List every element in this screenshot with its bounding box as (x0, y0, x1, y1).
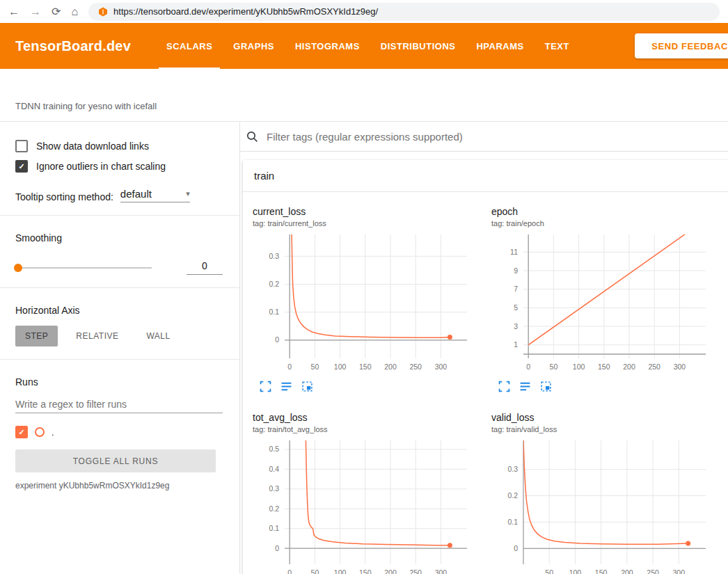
home-icon[interactable]: ⌂ (71, 6, 78, 17)
smoothing-value-field[interactable]: 0 (187, 260, 223, 275)
svg-text:7: 7 (514, 285, 518, 293)
expand-chart-icon[interactable] (498, 381, 510, 392)
browser-chrome: ← → ⟳ ⌂ https://tensorboard.dev/experime… (0, 0, 728, 23)
fit-domain-icon[interactable] (301, 381, 313, 392)
chart-tag: tag: train/tot_avg_loss (253, 425, 484, 433)
svg-text:0: 0 (275, 335, 279, 344)
svg-text:250: 250 (409, 362, 422, 371)
svg-text:0: 0 (526, 362, 530, 371)
reload-icon[interactable]: ⟳ (52, 6, 61, 17)
svg-text:150: 150 (359, 362, 372, 371)
train-section-header[interactable]: train (243, 160, 728, 192)
svg-text:0.2: 0.2 (269, 504, 279, 513)
run-list-item[interactable]: ✓ . (15, 426, 223, 438)
svg-text:0.1: 0.1 (269, 524, 279, 532)
svg-text:50: 50 (311, 362, 319, 371)
line-chart[interactable]: 00.10.20.3050100150200250300 (253, 232, 484, 379)
svg-text:200: 200 (621, 568, 633, 574)
line-chart[interactable]: 1357911050100150200250300 (491, 232, 723, 379)
svg-text:3: 3 (514, 322, 518, 330)
axis-wall-button[interactable]: WALL (136, 326, 180, 346)
address-bar[interactable]: https://tensorboard.dev/experiment/yKUbh… (88, 3, 720, 21)
chart-title: valid_loss (491, 412, 723, 423)
tooltip-sorting-select[interactable]: default ▾ (120, 188, 190, 202)
chart-toolbar (498, 381, 723, 392)
chart-tag: tag: train/current_loss (253, 219, 484, 228)
search-icon (246, 130, 258, 143)
line-chart[interactable]: 00.10.20.30.40.5050100150200250300 (253, 438, 484, 574)
svg-text:200: 200 (384, 568, 397, 574)
svg-text:0.1: 0.1 (507, 518, 518, 526)
toggle-all-runs-button[interactable]: TOGGLE ALL RUNS (15, 449, 216, 472)
svg-text:0: 0 (275, 544, 279, 552)
chart-toolbar (260, 381, 484, 392)
svg-text:0.1: 0.1 (269, 308, 279, 316)
svg-text:50: 50 (545, 568, 553, 574)
ignore-outliers-label: Ignore outliers in chart scaling (36, 161, 166, 172)
svg-text:250: 250 (647, 568, 659, 574)
ignore-outliers-row[interactable]: ✓ Ignore outliers in chart scaling (15, 160, 223, 173)
horizontal-axis-label: Horizontal Axis (15, 305, 223, 316)
axis-step-button[interactable]: STEP (15, 326, 58, 346)
chart-title: epoch (491, 206, 723, 217)
svg-text:300: 300 (673, 568, 686, 574)
chart-options-icon[interactable] (519, 381, 531, 392)
chart-card-valid-loss: valid_loss tag: train/valid_loss 00.10.2… (491, 412, 723, 574)
runs-label: Runs (15, 376, 223, 388)
back-icon[interactable]: ← (8, 6, 19, 17)
svg-text:150: 150 (359, 568, 372, 574)
app-logo: TensorBoard.dev (15, 38, 131, 54)
tensorboard-favicon (98, 7, 108, 17)
forward-icon[interactable]: → (30, 6, 41, 17)
send-feedback-button[interactable]: SEND FEEDBACK (635, 33, 728, 58)
svg-text:0.5: 0.5 (269, 445, 279, 453)
svg-text:50: 50 (550, 362, 558, 371)
smoothing-slider-thumb[interactable] (14, 264, 22, 272)
svg-text:200: 200 (623, 362, 635, 371)
axis-relative-button[interactable]: RELATIVE (66, 326, 128, 346)
svg-text:300: 300 (435, 362, 448, 371)
expand-chart-icon[interactable] (260, 381, 271, 392)
main-nav: SCALARS GRAPHS HISTOGRAMS DISTRIBUTIONS … (156, 23, 580, 69)
tensorboard-page: ← → ⟳ ⌂ https://tensorboard.dev/experime… (0, 0, 728, 574)
horizontal-axis-buttons: STEP RELATIVE WALL (15, 326, 223, 346)
fit-domain-icon[interactable] (540, 381, 552, 392)
chart-card-tot-avg-loss: tot_avg_loss tag: train/tot_avg_loss 00.… (253, 412, 484, 574)
svg-text:0: 0 (287, 362, 292, 371)
svg-text:0.3: 0.3 (269, 484, 279, 493)
chevron-down-icon: ▾ (186, 189, 190, 198)
line-chart[interactable]: 00.10.20.350100150200250300 (491, 438, 723, 574)
tab-graphs[interactable]: GRAPHS (223, 23, 285, 69)
sidebar-divider (0, 287, 239, 288)
tag-filter-input[interactable] (265, 130, 728, 143)
chart-title: tot_avg_loss (253, 412, 484, 423)
tab-text[interactable]: TEXT (535, 23, 580, 69)
svg-text:0.2: 0.2 (269, 280, 279, 288)
tooltip-sorting-label: Tooltip sorting method: (15, 191, 113, 202)
tab-distributions[interactable]: DISTRIBUTIONS (370, 23, 466, 69)
checkbox-checked-icon[interactable]: ✓ (15, 160, 28, 173)
tab-hparams[interactable]: HPARAMS (466, 23, 534, 69)
show-download-links-row[interactable]: Show data download links (15, 140, 223, 152)
svg-text:100: 100 (573, 362, 585, 371)
svg-text:1: 1 (514, 340, 518, 349)
checkbox-unchecked-icon[interactable] (15, 140, 28, 152)
train-section-card: train current_loss tag: train/current_lo… (243, 160, 728, 574)
runs-regex-input[interactable] (15, 396, 223, 413)
svg-text:100: 100 (334, 568, 347, 574)
chart-card-epoch: epoch tag: train/epoch 13579110501001502… (491, 206, 723, 392)
chart-options-icon[interactable] (280, 381, 292, 392)
sidebar-divider (0, 215, 239, 216)
app-header: TensorBoard.dev SCALARS GRAPHS HISTOGRAM… (0, 23, 728, 69)
run-checkbox-icon[interactable]: ✓ (15, 426, 28, 438)
svg-text:0.4: 0.4 (269, 465, 279, 473)
svg-text:0: 0 (287, 568, 292, 574)
smoothing-slider[interactable] (15, 267, 152, 269)
show-download-links-label: Show data download links (36, 141, 149, 152)
svg-text:0: 0 (514, 544, 518, 552)
svg-text:150: 150 (598, 362, 610, 371)
experiment-subheader: TDNN training for yesno with icefall (0, 69, 728, 122)
tab-histograms[interactable]: HISTOGRAMS (285, 23, 370, 69)
tab-scalars[interactable]: SCALARS (156, 23, 223, 69)
sidebar-divider (0, 359, 239, 360)
